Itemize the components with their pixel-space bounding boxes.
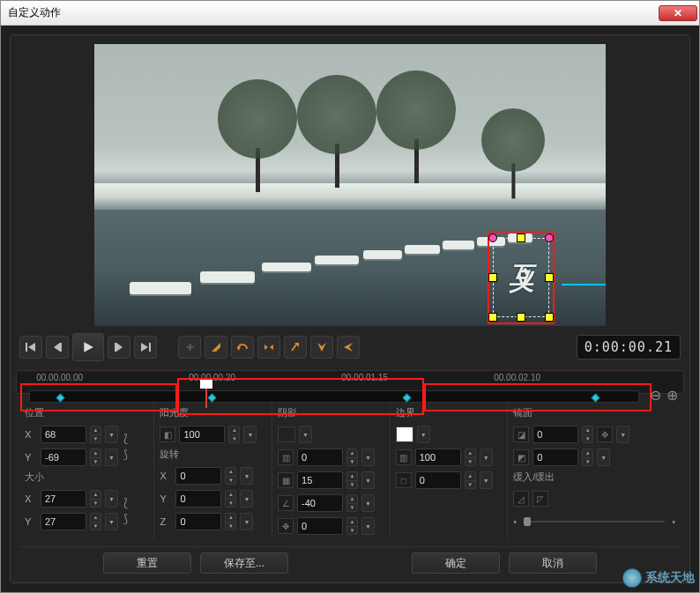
spinner[interactable]: ▲▼: [346, 471, 358, 489]
shadow-v1-input[interactable]: [297, 448, 343, 466]
menu-button[interactable]: ▼: [105, 426, 118, 443]
ruler-label: 00.00.00.00: [36, 373, 83, 382]
link-icon[interactable]: ⟅: [122, 496, 130, 509]
prev-frame-button[interactable]: [46, 336, 69, 359]
rotation-z-input[interactable]: [175, 513, 221, 530]
tool-button-1[interactable]: [205, 336, 227, 359]
menu-button[interactable]: ▼: [105, 513, 118, 530]
ease-in-icon[interactable]: ◿: [513, 491, 529, 507]
preview-viewport[interactable]: 互义: [94, 44, 606, 326]
playhead[interactable]: [200, 380, 212, 411]
next-frame-button[interactable]: [108, 336, 130, 359]
menu-button[interactable]: ▼: [240, 490, 253, 508]
menu-button[interactable]: ▼: [480, 471, 493, 489]
group-position-label: 位置: [25, 406, 139, 419]
position-y-input[interactable]: [41, 448, 86, 466]
zoom-in-icon[interactable]: ⊕: [666, 387, 678, 404]
border-v2-input[interactable]: [415, 471, 461, 489]
spinner[interactable]: ▲▼: [90, 448, 101, 466]
menu-button[interactable]: ▼: [105, 490, 118, 508]
watermark: 系统天地: [622, 568, 695, 588]
menu-button[interactable]: ▼: [480, 448, 493, 466]
tool-button-6[interactable]: [337, 336, 360, 359]
close-button[interactable]: ✕: [659, 5, 697, 21]
tool-button-3[interactable]: [257, 336, 280, 359]
border-v1-input[interactable]: [415, 448, 461, 466]
spinner[interactable]: ▲▼: [225, 490, 236, 508]
go-start-button[interactable]: [19, 336, 42, 359]
color-menu[interactable]: ▼: [299, 426, 312, 443]
play-button[interactable]: [72, 333, 104, 361]
menu-button[interactable]: ▼: [105, 448, 118, 466]
save-as-button[interactable]: 保存至...: [200, 552, 288, 574]
svg-marker-6: [116, 343, 123, 352]
tool-button-5[interactable]: [310, 336, 333, 359]
spinner[interactable]: ▲▼: [225, 513, 236, 530]
spinner[interactable]: ▲▼: [582, 426, 593, 443]
go-end-button[interactable]: [134, 336, 157, 359]
keyframe[interactable]: [402, 394, 411, 403]
shadow-v2-input[interactable]: [297, 471, 343, 489]
spinner[interactable]: ▲▼: [90, 426, 101, 443]
group-rotation-label: 旋转: [160, 448, 257, 461]
spinner[interactable]: ▲▼: [582, 448, 593, 466]
keyframe[interactable]: [591, 394, 599, 403]
globe-icon: [622, 568, 642, 588]
opacity-input[interactable]: [179, 426, 225, 443]
position-x-input[interactable]: [41, 426, 86, 443]
mirror-v1-input[interactable]: [532, 426, 578, 443]
ruler-label: 00.00.01.15: [341, 373, 388, 382]
svg-marker-12: [270, 345, 273, 350]
add-keyframe-button[interactable]: ✚: [178, 336, 201, 359]
spinner[interactable]: ▲▼: [90, 513, 101, 530]
easing-slider[interactable]: [524, 521, 665, 523]
timeline[interactable]: 00.00.00.00 00.00.00.20 00.00.01.15 00.0…: [16, 370, 684, 394]
spinner[interactable]: ▲▼: [465, 471, 476, 489]
timecode-display[interactable]: 0:00:00.21: [577, 335, 681, 360]
keyframe[interactable]: [56, 394, 64, 403]
spinner[interactable]: ▲▼: [346, 448, 358, 466]
menu-button[interactable]: ▼: [361, 517, 375, 535]
spinner[interactable]: ▲▼: [346, 494, 358, 512]
mirror-v2-input[interactable]: [532, 448, 578, 466]
shadow-v4-input[interactable]: [297, 517, 343, 535]
rotation-y-input[interactable]: [175, 490, 221, 508]
menu-button[interactable]: ▼: [243, 426, 257, 443]
svg-rect-3: [60, 343, 62, 352]
menu-button[interactable]: ▼: [597, 448, 610, 466]
tool-button-2[interactable]: [231, 336, 254, 359]
ok-button[interactable]: 确定: [412, 552, 500, 574]
selection-highlight: 互义: [488, 231, 555, 324]
shadow-v3-input[interactable]: [297, 494, 343, 512]
mirror-icon-2: ◩: [513, 449, 529, 465]
rotation-x-input[interactable]: [175, 467, 221, 485]
group-mirror-label: 镜面: [513, 406, 675, 419]
spinner[interactable]: ▲▼: [225, 467, 236, 485]
size-x-input[interactable]: [41, 490, 86, 508]
shadow-color-swatch[interactable]: [278, 426, 295, 442]
color-menu[interactable]: ▼: [417, 426, 430, 443]
spinner[interactable]: ▲▼: [346, 517, 358, 535]
playback-controls: ✚ 0:00:00.21: [19, 333, 681, 361]
link-icon[interactable]: ⟅: [122, 432, 130, 445]
spinner[interactable]: ▲▼: [228, 426, 240, 443]
cancel-button[interactable]: 取消: [509, 552, 597, 574]
group-easing-label: 缓入/缓出: [513, 471, 675, 484]
size-y-input[interactable]: [41, 513, 86, 530]
ease-out-icon[interactable]: ◸: [532, 491, 548, 507]
reset-button[interactable]: 重置: [103, 552, 191, 574]
keyframe-track[interactable]: [29, 390, 639, 403]
border-width-icon: □: [396, 472, 412, 488]
menu-button[interactable]: ▼: [240, 513, 253, 530]
menu-button[interactable]: ▼: [361, 448, 375, 466]
tool-button-4[interactable]: [284, 336, 307, 359]
spinner[interactable]: ▲▼: [90, 490, 101, 508]
menu-button[interactable]: ▼: [361, 471, 375, 489]
menu-button[interactable]: ▼: [361, 494, 375, 512]
border-color-swatch[interactable]: [396, 426, 413, 442]
move-icon: ✥: [597, 426, 613, 442]
spinner[interactable]: ▲▼: [465, 448, 476, 466]
menu-button[interactable]: ▼: [616, 426, 629, 443]
zoom-out-icon[interactable]: ⊖: [650, 387, 661, 404]
menu-button[interactable]: ▼: [240, 467, 253, 485]
